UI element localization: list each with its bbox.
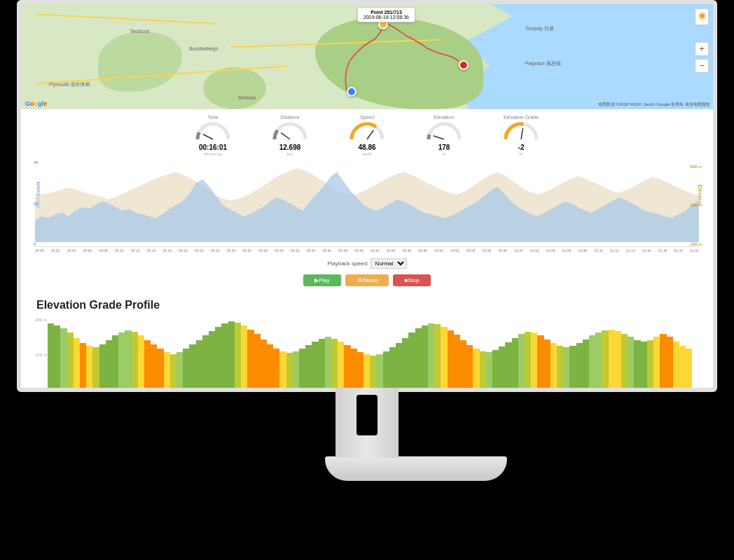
place-label: Paignton 佩恩顿 bbox=[525, 60, 561, 67]
monitor-stand bbox=[325, 388, 409, 486]
gauge-row: Time 00:16:01 hh:mm:ss Distance 12.698 k… bbox=[21, 109, 713, 162]
elevation-bar bbox=[441, 327, 447, 391]
elevation-bar bbox=[80, 343, 86, 391]
elevation-bar bbox=[293, 351, 299, 391]
elevation-grade-chart[interactable]: 100 m200 m bbox=[35, 314, 699, 391]
elevation-bar bbox=[189, 344, 195, 391]
elevation-bar bbox=[448, 330, 454, 391]
elevation-bar bbox=[132, 332, 138, 391]
elevation-bar bbox=[653, 337, 660, 391]
monitor-screen: Point 201/713 2019-06-18 12:08:36 Plymou… bbox=[17, 0, 717, 392]
elevation-bar bbox=[595, 332, 602, 391]
elevation-bar bbox=[396, 343, 402, 391]
end-marker-icon bbox=[459, 60, 469, 70]
elevation-bar bbox=[228, 321, 235, 391]
playback-speed-select[interactable]: Normal bbox=[371, 258, 407, 269]
svg-line-3 bbox=[434, 136, 444, 139]
elevation-bar bbox=[550, 343, 557, 391]
elevation-bar bbox=[512, 338, 518, 392]
gauge-elevation: Elevation 178 m bbox=[416, 115, 472, 156]
zoom-out-button[interactable]: − bbox=[695, 59, 709, 73]
elevation-bar bbox=[686, 349, 692, 391]
elevation-bar bbox=[54, 326, 60, 391]
elevation-bar bbox=[215, 327, 221, 391]
speed-elevation-chart[interactable]: Speed km/h Elevation 02040100 m200 m300 … bbox=[35, 164, 699, 247]
elevation-bar bbox=[351, 349, 357, 391]
elevation-bar bbox=[460, 340, 466, 391]
elevation-bar bbox=[164, 352, 170, 391]
elevation-bar bbox=[183, 349, 189, 391]
route-path bbox=[322, 15, 476, 99]
elevation-bar bbox=[106, 340, 112, 391]
zoom-in-button[interactable]: + bbox=[695, 42, 709, 56]
elevation-bar bbox=[99, 344, 106, 391]
elevation-bar bbox=[615, 331, 621, 391]
elevation-bar bbox=[312, 342, 318, 391]
elevation-bar bbox=[589, 335, 595, 391]
elevation-bar bbox=[544, 340, 550, 391]
elevation-bar bbox=[118, 332, 125, 391]
elevation-bar bbox=[376, 354, 382, 391]
place-label: Tavistock bbox=[130, 29, 150, 34]
elevation-bar bbox=[454, 335, 460, 391]
elevation-bar bbox=[531, 332, 537, 391]
elevation-bar bbox=[74, 338, 80, 392]
elevation-bar bbox=[634, 340, 640, 391]
elevation-bar bbox=[641, 342, 647, 391]
playback-speed-label: Playback speed: bbox=[327, 260, 368, 267]
elevation-bar bbox=[273, 349, 279, 391]
elevation-bar bbox=[267, 344, 273, 391]
elevation-bar bbox=[563, 347, 569, 391]
pause-button[interactable]: ⏸Pause bbox=[345, 274, 389, 286]
place-label: Torquay 托基 bbox=[525, 25, 554, 32]
elevation-bar bbox=[660, 334, 666, 391]
elevation-bar bbox=[583, 340, 589, 391]
elevation-bar bbox=[628, 337, 634, 391]
play-button[interactable]: ▶Play bbox=[303, 274, 341, 286]
elevation-bar bbox=[537, 335, 543, 391]
elevation-bar bbox=[518, 334, 525, 391]
elevation-bar bbox=[673, 342, 679, 391]
elevation-bar bbox=[486, 352, 492, 391]
svg-line-1 bbox=[281, 133, 290, 139]
elevation-bar bbox=[176, 352, 183, 391]
route-map[interactable]: Point 201/713 2019-06-18 12:08:36 Plymou… bbox=[21, 4, 713, 109]
elevation-bar bbox=[144, 340, 151, 391]
elevation-bar bbox=[466, 345, 473, 391]
elevation-bar bbox=[299, 349, 305, 391]
streetview-pegman-icon[interactable]: ◉ bbox=[695, 8, 709, 25]
elevation-bar bbox=[338, 342, 344, 391]
elevation-bar bbox=[569, 346, 576, 391]
elevation-bar bbox=[389, 347, 396, 391]
elevation-bar bbox=[525, 332, 531, 391]
elevation-bar bbox=[679, 346, 686, 391]
elevation-bar bbox=[383, 351, 389, 391]
map-tooltip: Point 201/713 2019-06-18 12:08:36 bbox=[357, 7, 415, 22]
elevation-bar bbox=[422, 326, 428, 391]
elevation-bar bbox=[473, 349, 479, 391]
elevation-bar bbox=[48, 323, 54, 391]
elevation-section-title: Elevation Grade Profile bbox=[21, 295, 713, 314]
elevation-bar bbox=[196, 340, 202, 391]
elevation-bar bbox=[247, 330, 254, 391]
elevation-bar bbox=[235, 323, 241, 391]
stop-button[interactable]: ■Stop bbox=[393, 274, 430, 286]
gauge-elevation-grade: Elevation Grade -2 % bbox=[493, 115, 549, 156]
elevation-bar bbox=[279, 351, 286, 391]
svg-line-2 bbox=[367, 130, 373, 139]
elevation-bar bbox=[434, 324, 441, 391]
google-logo: Google bbox=[25, 100, 47, 107]
elevation-bar bbox=[357, 352, 363, 391]
elevation-bar bbox=[647, 340, 653, 391]
elevation-bar bbox=[492, 350, 499, 391]
svg-line-4 bbox=[521, 128, 523, 139]
elevation-bar bbox=[344, 345, 350, 391]
elevation-bar bbox=[505, 342, 511, 391]
elevation-bar bbox=[112, 335, 118, 391]
place-label: Brixham bbox=[238, 95, 256, 100]
elevation-bar bbox=[67, 332, 74, 391]
elevation-bar bbox=[305, 345, 312, 391]
elevation-bar bbox=[415, 328, 422, 391]
place-label: Plymouth 普利茅斯 bbox=[49, 81, 90, 88]
map-attribution: 地图数据 ©2020 NGDF, GeoDi Google 使用条 请放地图报告 bbox=[598, 102, 710, 108]
